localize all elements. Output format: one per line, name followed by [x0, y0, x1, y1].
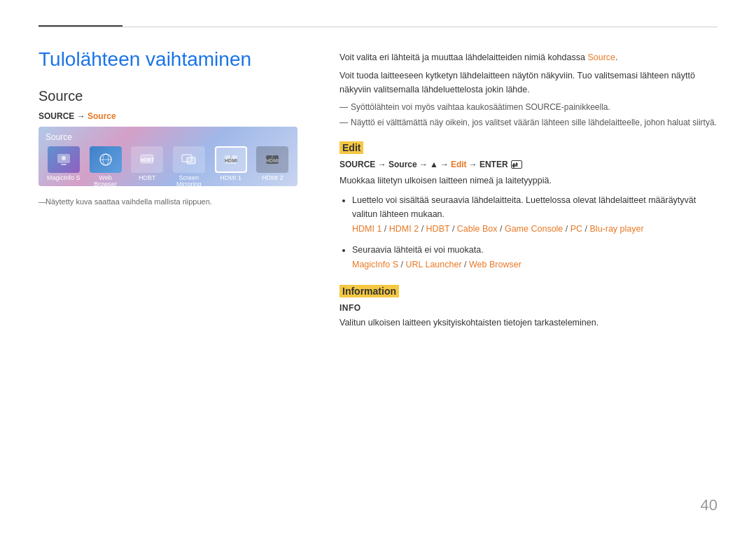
svg-text:HDMI: HDMI [266, 158, 279, 163]
right-column: Voit valita eri lähteitä ja muuttaa lähd… [340, 48, 718, 506]
intro-text-2: Voit tuoda laitteeseen kytketyn lähdelai… [340, 69, 718, 97]
edit-nav-path: SOURCE → Source → ▲ → Edit → ENTER ↵ [340, 160, 718, 169]
svg-text:HDMI: HDMI [225, 158, 237, 163]
info-section: Information INFO Valitun ulkoisen laitte… [340, 285, 718, 330]
link-pc: PC [570, 224, 582, 234]
webbrowser-label: Web Browser [88, 175, 124, 189]
link-hdmi1: HDMI 1 [352, 224, 382, 234]
page-number: 40 [701, 496, 718, 514]
screenmirror-icon [173, 146, 205, 173]
info-title: Information [340, 285, 399, 297]
edit-bullet-list: Luettelo voi sisältää seuraavia lähdelai… [340, 193, 718, 272]
page-title: Tulolähteen vaihtaminen [38, 48, 312, 71]
edit-link: Edit [451, 160, 467, 169]
dash-item-2: Näyttö ei välttämättä näy oikein, jos va… [340, 116, 718, 129]
top-divider-line [38, 27, 718, 27]
svg-point-2 [62, 156, 66, 160]
source-link-intro: Source [587, 52, 615, 62]
screenmirror-label: Screen Mirroring [171, 175, 207, 189]
svg-text:HDBT: HDBT [140, 157, 154, 162]
intro-text-1: Voit valita eri lähteitä ja muuttaa lähd… [340, 50, 718, 64]
nav-up-arrow: ▲ [430, 160, 438, 169]
breadcrumb-prefix: SOURCE → [38, 111, 88, 121]
source-panel: Source MagicInfo S [38, 127, 298, 186]
source-heading: Source [38, 88, 312, 104]
webbrowser-icon [90, 146, 122, 173]
hdbt-icon: HDBT [131, 146, 163, 173]
link-webbrowser: Web Browser [469, 260, 522, 269]
edit-section: Edit SOURCE → Source → ▲ → Edit → ENTER … [340, 141, 718, 272]
left-column: Tulolähteen vaihtaminen Source SOURCE → … [38, 48, 312, 506]
info-body-text: Valitun ulkoisen laitteen yksityiskohtai… [340, 316, 718, 330]
nav-enter-text: → ENTER [469, 160, 508, 169]
hdmi2-icon: HDMI 2 [256, 146, 288, 173]
link-gameconsole: Game Console [505, 224, 563, 234]
link-hdmi2: HDMI 2 [389, 224, 419, 234]
bullet1-links: HDMI 1 / HDMI 2 / HDBT / Cable Box / Gam… [352, 221, 718, 237]
magicinfo-label: MagicInfo S [47, 175, 80, 182]
source-item-hdmi1[interactable]: HDMI 1 HDMI 1 [213, 146, 249, 182]
source-icons-row: MagicInfo S Web Browser [46, 146, 290, 189]
info-label: INFO [340, 303, 718, 313]
breadcrumb-link: Source [88, 111, 116, 121]
magicinfo-icon [48, 146, 80, 173]
hdbt-label: HDBT [139, 175, 156, 182]
link-cablebox: Cable Box [457, 224, 498, 234]
hdmi1-label: HDMI 1 [220, 175, 241, 182]
link-urllauncher: URL Launcher [405, 260, 461, 269]
bullet1-text: Luettelo voi sisältää seuraavia lähdelai… [352, 195, 696, 219]
source-panel-label: Source [46, 132, 290, 142]
source-item-screenmirror[interactable]: Screen Mirroring [171, 146, 207, 189]
nav-prefix: SOURCE → Source → [340, 160, 428, 169]
dash-item-1: Syöttölähtein voi myös vaihtaa kaukosäät… [340, 101, 718, 113]
svg-rect-9 [187, 157, 195, 164]
hdmi1-icon: HDMI 1 [215, 146, 247, 173]
bullet2-text: Seuraavia lähteitä ei voi muokata. [352, 245, 484, 255]
enter-icon: ↵ [511, 160, 522, 169]
bullet2-links: MagicInfo S / URL Launcher / Web Browser [352, 257, 718, 273]
source-item-webbrowser[interactable]: Web Browser [88, 146, 124, 189]
link-hdbt: HDBT [426, 224, 450, 234]
source-item-hdmi2[interactable]: HDMI 2 HDMI 2 [254, 146, 290, 182]
edit-body-text: Muokkaa liitetyn ulkoisen laitteen nimeä… [340, 174, 718, 188]
bullet-item-2: Seuraavia lähteitä ei voi muokata. Magic… [352, 243, 718, 273]
bullet-item-1: Luettelo voi sisältää seuraavia lähdelai… [352, 193, 718, 237]
edit-title: Edit [340, 141, 363, 154]
source-item-magicinfo[interactable]: MagicInfo S [46, 146, 82, 182]
source-footnote: Näytetty kuva saattaa vaihdella mallista… [38, 197, 312, 206]
breadcrumb: SOURCE → Source [38, 111, 312, 121]
link-magicinfo: MagicInfo S [352, 260, 398, 269]
nav-arrow-mid: → [440, 160, 449, 169]
link-bluray: Blu-ray player [590, 224, 644, 234]
hdmi2-label: HDMI 2 [262, 175, 284, 182]
source-item-hdbt[interactable]: HDBT HDBT [129, 146, 165, 182]
svg-rect-1 [61, 164, 66, 165]
